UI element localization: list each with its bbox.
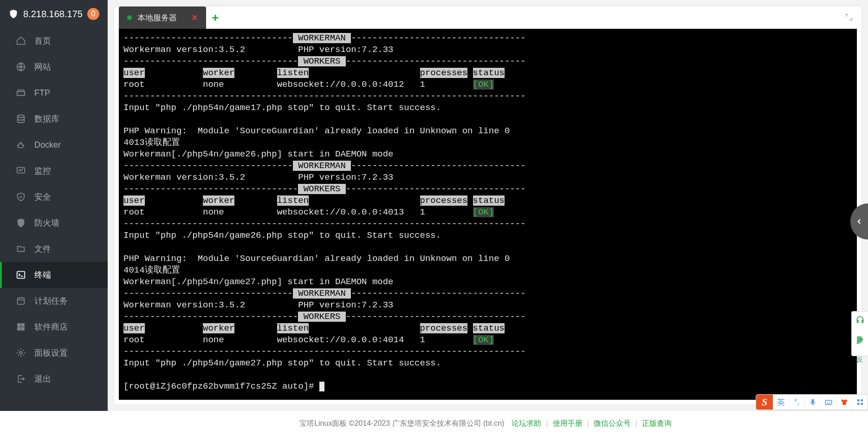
add-tab-button[interactable]: +	[206, 7, 225, 29]
firewall-icon	[16, 218, 26, 228]
nav-item-security[interactable]: 安全	[0, 184, 108, 210]
footer-links: 论坛求助|使用手册|微信公众号|正版查询	[507, 419, 676, 429]
svg-rect-4	[18, 298, 25, 305]
main-area: 本地服务器 × + ------------------------------…	[108, 0, 868, 411]
security-icon	[16, 192, 26, 202]
appstore-icon	[16, 322, 26, 332]
nav-label: 监控	[34, 165, 51, 176]
site-icon	[16, 62, 26, 72]
sidebar-header: 8.218.168.175 0	[0, 0, 108, 28]
terminal-output[interactable]: -------------------------------- WORKERM…	[119, 29, 857, 400]
server-ip[interactable]: 8.218.168.175	[23, 9, 83, 20]
cron-icon	[16, 296, 26, 306]
notification-badge[interactable]: 0	[87, 8, 99, 20]
terminal-panel: 本地服务器 × + ------------------------------…	[114, 7, 862, 404]
db-icon	[16, 114, 26, 124]
ime-toolbar[interactable]: S 英 °,	[756, 394, 868, 410]
nav-label: 安全	[34, 191, 51, 202]
nav-item-monitor[interactable]: 监控	[0, 158, 108, 184]
nav-menu: 首页网站FTP数据库Docker监控安全防火墙文件终端计划任务软件商店面板设置退…	[0, 28, 108, 392]
footer-copyright: 宝塔Linux面板 ©2014-2023 广东堡塔安全技术有限公司 (bt.cn…	[299, 419, 504, 429]
tab-status-dot	[127, 15, 132, 20]
nav-item-files[interactable]: 文件	[0, 236, 108, 262]
footer-link[interactable]: 论坛求助	[512, 419, 541, 427]
svg-rect-14	[857, 403, 860, 405]
shield-icon	[8, 8, 19, 20]
ime-tools-icon[interactable]	[852, 394, 868, 410]
nav-label: 面板设置	[34, 347, 68, 358]
headset-icon	[855, 315, 865, 326]
nav-label: 退出	[34, 373, 51, 384]
terminal-icon	[16, 270, 26, 280]
nav-label: FTP	[34, 88, 50, 98]
footer-link[interactable]: 正版查询	[642, 419, 672, 427]
tab-label: 本地服务器	[137, 13, 177, 23]
nav-label: 网站	[34, 61, 51, 72]
nav-label: 终端	[34, 269, 51, 280]
home-icon	[16, 36, 26, 46]
svg-rect-5	[18, 324, 20, 326]
nav-item-docker[interactable]: Docker	[0, 132, 108, 158]
docker-icon	[16, 140, 26, 150]
svg-rect-6	[21, 324, 24, 326]
nav-item-ftp[interactable]: FTP	[0, 80, 108, 106]
nav-item-firewall[interactable]: 防火墙	[0, 210, 108, 236]
svg-rect-15	[861, 403, 863, 405]
tab-close-icon[interactable]: ×	[192, 12, 198, 24]
ime-keyboard-icon[interactable]	[820, 394, 836, 410]
ime-lang[interactable]: 英	[773, 394, 789, 410]
fullscreen-icon[interactable]	[845, 13, 853, 23]
feedback-label-2: 反	[856, 351, 864, 352]
nav-item-db[interactable]: 数据库	[0, 106, 108, 132]
nav-label: 文件	[34, 243, 51, 254]
nav-label: Docker	[34, 140, 61, 150]
svg-rect-11	[825, 400, 832, 404]
nav-label: 软件商店	[34, 321, 68, 332]
svg-rect-8	[21, 327, 24, 330]
ime-punct-icon[interactable]: °,	[789, 394, 804, 410]
ime-mic-icon[interactable]	[804, 394, 820, 410]
svg-rect-10	[811, 399, 814, 403]
logout-icon	[16, 374, 26, 384]
nav-label: 计划任务	[34, 295, 68, 306]
edit-icon	[856, 337, 864, 347]
nav-label: 数据库	[34, 113, 59, 124]
nav-item-logout[interactable]: 退出	[0, 366, 108, 392]
nav-item-settings[interactable]: 面板设置	[0, 340, 108, 366]
ime-skin-icon[interactable]	[836, 394, 852, 410]
svg-rect-7	[18, 327, 20, 330]
nav-item-home[interactable]: 首页	[0, 28, 108, 54]
footer-link[interactable]: 微信公众号	[594, 419, 631, 427]
svg-point-9	[19, 351, 22, 354]
nav-label: 首页	[34, 35, 51, 46]
nav-label: 防火墙	[34, 217, 59, 228]
footer-link[interactable]: 使用手册	[553, 419, 583, 427]
ime-logo: S	[756, 394, 773, 410]
ftp-icon	[16, 88, 26, 98]
svg-point-1	[18, 115, 25, 118]
sidebar: 8.218.168.175 0 首页网站FTP数据库Docker监控安全防火墙文…	[0, 0, 108, 411]
footer: 宝塔Linux面板 ©2014-2023 广东堡塔安全技术有限公司 (bt.cn…	[108, 411, 868, 436]
nav-item-cron[interactable]: 计划任务	[0, 288, 108, 314]
settings-icon	[16, 348, 26, 358]
tab-local-server[interactable]: 本地服务器 ×	[119, 7, 206, 29]
tab-strip: 本地服务器 × +	[114, 7, 862, 29]
feedback-widget[interactable]: 客服 反	[851, 311, 868, 356]
svg-rect-13	[861, 399, 863, 402]
svg-rect-12	[857, 399, 860, 402]
nav-item-site[interactable]: 网站	[0, 54, 108, 80]
monitor-icon	[16, 166, 26, 176]
files-icon	[16, 244, 26, 254]
nav-item-appstore[interactable]: 软件商店	[0, 314, 108, 340]
feedback-label: 客服	[856, 330, 864, 333]
nav-item-terminal[interactable]: 终端	[0, 262, 108, 288]
svg-rect-3	[17, 272, 25, 279]
